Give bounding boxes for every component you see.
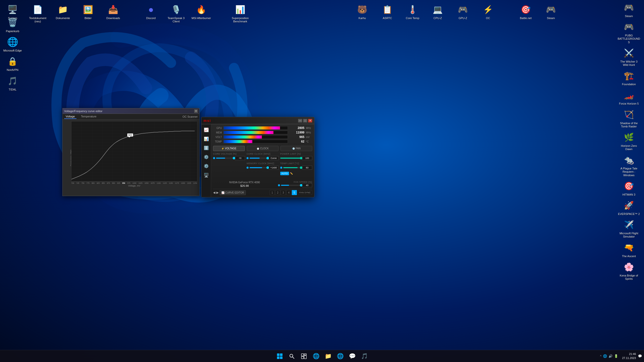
msi-body: 📈 📊 ℹ️ ⚙️ ⚙️ 🖥️ GPU 2805 MHz [202,124,314,197]
msi-fan-speed-input[interactable]: 40 [302,183,312,187]
desktop-icon-everspace2[interactable]: 🚀 EVERSPACE™ 2 [616,198,641,217]
taskbar-battery-icon[interactable]: 🔋 [614,354,618,358]
desktop-icon-oc[interactable]: ⚡ OC [475,2,501,21]
edge-label: Microsoft Edge [3,49,22,52]
msi-minimize-button[interactable]: — [298,119,302,122]
desktop-icon-horizon[interactable]: 🌿 Horizon Zero Dawn [616,130,641,152]
msi-sidebar-settings-icon[interactable]: ⚙️ [203,162,210,169]
msi-tab-fan[interactable]: 💨 FAN [280,146,312,151]
desktop-icon-nordvpn[interactable]: 🔒 NordVPN [0,54,25,73]
taskbar-files-button[interactable]: 📁 [323,351,334,362]
msi-prev-profile-icon[interactable]: ◀ [213,191,215,194]
msi-fan-edit-icon[interactable]: ✏️ [290,172,293,175]
msi-fan-sync-button[interactable]: FAN SYNC [298,190,312,195]
desktop-icon-dokumente[interactable]: 📁 Dokumente [50,2,75,21]
chevron-up-icon[interactable]: ^ [600,354,601,358]
msi-auto-fan-row: AUTO ✏️ [280,172,312,175]
desktop-icon-cpuz[interactable]: 💻 CPU-Z [425,2,450,21]
msi-clock-slider[interactable] [250,158,267,159]
desktop-icon-steam-right[interactable]: 🎮 Steam [616,0,641,19]
msi-profile-5[interactable]: 5 [292,190,297,195]
desktop-icon-ascent[interactable]: 🔫 The Ascent [616,240,641,259]
msi-profile-3[interactable]: 3 [281,190,286,195]
msi-sidebar-graph-icon[interactable]: 📈 [203,126,210,133]
msi-temp-limit-input[interactable]: 83 [302,166,312,170]
desktop-icon-textdokument[interactable]: 📄 Textdokument (neu) [25,2,50,25]
msi-main-content: GPU 2805 MHz MEM 11999 MHz [211,124,314,197]
msi-close-button[interactable]: ✕ [308,119,312,122]
msi-core-voltage-input[interactable]: +0 [235,156,245,160]
desktop-icon-witcher3[interactable]: ⚔️ The Witcher 3 Wild Hunt [616,46,641,68]
msi-sidebar-display-icon[interactable]: 🖥️ [203,171,210,178]
desktop-icon-battlenet[interactable]: 🎯 Battle.net [513,2,538,21]
horizon-label: Horizon Zero Dawn [617,144,640,151]
vf-tab-temperature[interactable]: Temperature [79,114,98,119]
msi-memory-clock-input[interactable]: +1400 [269,166,279,170]
notification-area: ^ 🌐 🔊 🔋 [600,354,618,358]
taskbar-app4-button[interactable]: 💬 [347,351,358,362]
desktop-icon-edge[interactable]: 🌐 Microsoft Edge [0,34,25,54]
msi-sidebar-settings2-icon[interactable]: ⚙️ [203,153,210,160]
msi-power-slider[interactable] [280,158,301,159]
msi-memory-slider[interactable] [250,167,267,168]
desktop-icon-karhu[interactable]: 🐻 Karhu [350,2,375,21]
desktop-icon-shadow-tomb[interactable]: 🏹 Shadow of the Tomb Raider [616,107,641,130]
desktop-icon-discord[interactable]: ● Discord [138,2,164,21]
msi-fan-speed-slider[interactable] [281,185,301,186]
msi-profile-2[interactable]: 2 [275,190,280,195]
msi-curve-editor-button[interactable]: 📈 CURVE EDITOR [220,190,246,195]
desktop-icon-foundation[interactable]: 🏗️ Foundation [616,68,641,87]
msi-maximize-button[interactable]: □ [303,119,307,122]
vf-tab-voltage[interactable]: Voltage [64,114,76,119]
msi-voltage-slider[interactable] [216,158,234,159]
tidal-icon: 🎵 [7,75,19,87]
desktop-icon-teamspeak[interactable]: 🎙️ TeamSpeak 3 Client [164,2,189,25]
msi-profile-1[interactable]: 1 [270,190,275,195]
vf-close-button[interactable]: ✕ [194,109,198,113]
desktop-icon-hitman3[interactable]: 🎯 HITMAN 3 [616,178,641,198]
desktop-icon-pubg[interactable]: 🎮 PUBG BATTLEGROUNDS [616,19,641,46]
msi-tab-voltage[interactable]: ⚡ VOLTAGE [213,146,245,151]
desktop-icon-steam-top[interactable]: 🎮 Steam [538,2,564,21]
desktop-icon-superposition[interactable]: 📊 Superposition Benchmark [226,2,254,25]
taskbar-app3-button[interactable]: 🌐 [335,351,346,362]
desktop-icon-gpuz[interactable]: 🎮 GPU-Z [450,2,475,21]
desktop-icon-msi[interactable]: 🔥 MSI Afterburner [189,2,214,21]
vf-oc-scanner-button[interactable]: OC Scanner [182,115,198,118]
desktop-icon-coretemp[interactable]: 🌡️ Core Temp [400,2,425,21]
msi-sidebar-info-icon[interactable]: ℹ️ [203,144,210,151]
taskbar-search-button[interactable] [286,351,297,362]
desktop-icon-bilder[interactable]: 🖼️ Bilder [75,2,101,21]
taskbar-app5-button[interactable]: 🎵 [359,351,370,362]
desktop-icon-papierkorb[interactable]: 🗑️ Papierkorb [0,15,25,34]
desktop-icon-plague-tale[interactable]: 🐀 A Plague Tale Requiem - Windows [616,152,641,178]
msi-power-limit-input[interactable]: 100 [302,156,312,160]
msi-sidebar-monitor-icon[interactable]: 📊 [203,135,210,142]
msi-tab-clock[interactable]: ⏱️ CLOCK [247,146,278,151]
discord-label: Discord [146,17,155,20]
msi-next-profile-icon[interactable]: ▶ [216,191,219,194]
plague-tale-label: A Plague Tale Requiem - Windows [617,167,640,177]
desktop-icon-kena[interactable]: 🌸 Kena Bridge of Spirits [616,259,641,282]
desktop-icon-tidal[interactable]: 🎵 TIDAL [0,73,25,93]
taskbar-widgets-button[interactable] [298,351,309,362]
desktop-icon-forza[interactable]: 🏎️ Forza Horizon 5 [616,87,641,107]
taskbar-date-display: 27.11.2023 [622,356,636,360]
taskbar-notification-button[interactable]: 💬 [638,354,642,358]
msi-profile-4[interactable]: 4 [286,190,291,195]
taskbar-sound-icon[interactable]: 🔊 [609,354,613,358]
taskbar-network-icon[interactable]: 🌐 [603,354,607,358]
taskbar-edge-button[interactable]: 🌐 [310,351,321,362]
taskbar-start-button[interactable] [274,351,285,362]
msi-logo: msi [204,119,211,123]
desktop-icon-downloads[interactable]: 📥 Downloads [101,2,126,21]
taskbar-clock[interactable]: 21:46 27.11.2023 [622,352,636,360]
msi-core-clock-input[interactable]: Curve [269,156,279,160]
witcher3-icon: ⚔️ [623,47,635,59]
msi-mem-bar-fill [224,131,273,134]
msi-mem-label: MEM [213,131,222,134]
desktop-icon-asrtc[interactable]: 📋 ASRTC [375,2,400,21]
msi-auto-button[interactable]: AUTO [280,172,289,175]
msi-temp-slider[interactable] [283,167,301,168]
desktop-icon-ms-flight[interactable]: ✈️ Microsoft Flight Simulator [616,217,641,240]
